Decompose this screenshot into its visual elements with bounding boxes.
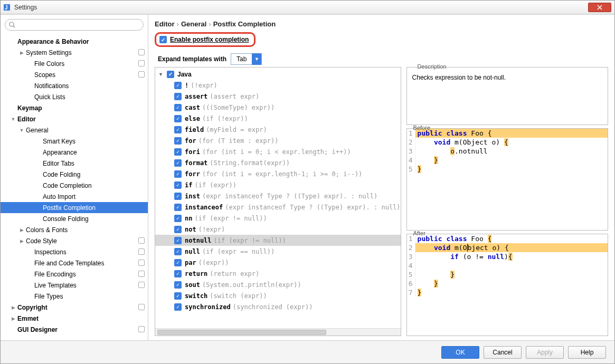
settings-window: J Settings Appearance & Behavior▶System … xyxy=(0,0,615,364)
sidebar-item[interactable]: File and Code Templates xyxy=(1,257,148,269)
template-checkbox[interactable] xyxy=(174,215,182,222)
help-button[interactable]: Help xyxy=(568,346,606,359)
search-input[interactable] xyxy=(5,19,144,31)
svg-text:J: J xyxy=(5,5,8,11)
template-row[interactable]: forr(for (int i = expr.length-1; i >= 0;… xyxy=(155,168,401,179)
code-line: 3 o.notnull xyxy=(407,147,608,156)
template-checkbox[interactable] xyxy=(174,93,182,100)
template-checkbox[interactable] xyxy=(174,193,182,200)
description-panel: Description Checks expression to be not-… xyxy=(406,67,608,125)
template-row[interactable]: for(for (T item : expr)) xyxy=(155,135,401,146)
after-panel: After 1public class Foo {2 void m(Object… xyxy=(406,234,608,336)
sidebar-item[interactable]: Quick Lists xyxy=(1,91,148,102)
template-row[interactable]: !(!expr) xyxy=(155,80,401,91)
sidebar-item[interactable]: Scopes xyxy=(1,69,148,80)
template-row[interactable]: field(myField = expr) xyxy=(155,124,401,135)
template-row[interactable]: if(if (expr)) xyxy=(155,179,401,190)
sidebar-item[interactable]: Postfix Completion xyxy=(1,202,148,213)
template-checkbox[interactable] xyxy=(174,303,182,311)
template-checkbox[interactable] xyxy=(174,204,182,211)
sidebar-item[interactable]: ▼General xyxy=(1,124,148,136)
template-row[interactable]: instanceof(expr instanceof Type ? ((Type… xyxy=(155,202,401,213)
sidebar-item[interactable]: GUI Designer xyxy=(1,324,148,335)
sidebar-item[interactable]: Auto Import xyxy=(1,191,148,202)
template-checkbox[interactable] xyxy=(174,270,182,277)
sidebar-item[interactable]: Inspections xyxy=(1,246,148,257)
template-row[interactable]: switch(switch (expr)) xyxy=(155,290,401,301)
sidebar-item[interactable]: Code Completion xyxy=(1,180,148,191)
horizontal-scrollbar[interactable] xyxy=(155,328,401,336)
cancel-button[interactable]: Cancel xyxy=(484,346,522,359)
sidebar-item[interactable]: Editor Tabs xyxy=(1,158,148,169)
sidebar-item-label: Code Completion xyxy=(42,182,92,189)
template-checkbox[interactable] xyxy=(174,226,182,233)
sidebar-item[interactable]: File Types xyxy=(1,291,148,302)
search-icon xyxy=(9,22,15,28)
sidebar-item-label: Appearance & Behavior xyxy=(16,38,89,45)
template-row[interactable]: nn(if (expr != null)) xyxy=(155,213,401,224)
sidebar-item[interactable]: File Encodings xyxy=(1,269,148,280)
template-checkbox[interactable] xyxy=(174,170,182,178)
scope-icon xyxy=(138,304,145,310)
template-checkbox[interactable] xyxy=(174,115,182,122)
sidebar-item[interactable]: ▶System Settings xyxy=(1,47,148,58)
template-row[interactable]: notnull(if (expr != null)) xyxy=(155,235,401,246)
template-checkbox[interactable] xyxy=(174,104,182,111)
template-checkbox[interactable] xyxy=(174,292,182,300)
sidebar-item[interactable]: ▼Editor xyxy=(1,113,148,124)
template-row[interactable]: assert(assert expr) xyxy=(155,91,401,102)
template-row[interactable]: cast(((SomeType) expr)) xyxy=(155,102,401,113)
sidebar-item-label: Emmet xyxy=(16,315,39,322)
template-row[interactable]: synchronized(synchronized (expr)) xyxy=(155,301,401,312)
sidebar-item[interactable]: ▶Copyright xyxy=(1,302,148,313)
before-panel: Before 1public class Foo {2 void m(Objec… xyxy=(406,128,608,231)
sidebar-item[interactable]: Notifications xyxy=(1,80,148,91)
template-row[interactable]: inst(expr instanceof Type ? ((Type) expr… xyxy=(155,190,401,202)
expand-templates-combo[interactable]: Tab ▼ xyxy=(231,53,262,65)
close-icon xyxy=(597,5,602,10)
template-checkbox[interactable] xyxy=(174,181,182,189)
sidebar-item-label: Colors & Fonts xyxy=(25,226,68,234)
template-checkbox[interactable] xyxy=(174,248,182,255)
template-checkbox[interactable] xyxy=(174,82,182,89)
apply-button[interactable]: Apply xyxy=(526,346,564,359)
template-row[interactable]: sout(System.out.println(expr)) xyxy=(155,279,401,290)
before-code: 1public class Foo {2 void m(Object o) {3… xyxy=(407,129,608,230)
sidebar-item[interactable]: ▶Colors & Fonts xyxy=(1,224,148,235)
sidebar-item[interactable]: ▶Code Style xyxy=(1,235,148,246)
template-row[interactable]: not(!expr) xyxy=(155,224,401,235)
sidebar-item[interactable]: Code Folding xyxy=(1,169,148,180)
sidebar-item[interactable]: Appearance xyxy=(1,147,148,158)
template-group[interactable]: ▼ Java xyxy=(155,69,401,80)
sidebar-item[interactable]: Keymap xyxy=(1,102,148,113)
code-line: 5} xyxy=(407,165,608,174)
template-row[interactable]: else(if (!expr)) xyxy=(155,113,401,124)
templates-list[interactable]: ▼ Java!(!expr)assert(assert expr)cast(((… xyxy=(155,68,401,328)
sidebar-item[interactable]: Console Folding xyxy=(1,213,148,224)
template-checkbox[interactable] xyxy=(174,237,182,244)
template-checkbox[interactable] xyxy=(174,126,182,133)
template-checkbox[interactable] xyxy=(174,148,182,156)
description-text: Checks expression to be not-null. xyxy=(411,72,603,83)
enable-postfix-checkbox[interactable] xyxy=(159,36,167,43)
scope-icon xyxy=(138,282,145,288)
sidebar-item[interactable]: Appearance & Behavior xyxy=(1,36,148,47)
template-row[interactable]: format(String.format(expr)) xyxy=(155,157,401,168)
template-row[interactable]: return(return expr) xyxy=(155,268,401,279)
template-row[interactable]: fori(for (int i = 0; i < expr.length; i+… xyxy=(155,146,401,157)
template-checkbox[interactable] xyxy=(174,281,182,289)
template-checkbox[interactable] xyxy=(174,137,182,145)
main-pane: Editor›General›Postfix Completion Enable… xyxy=(148,15,614,340)
code-line: 2 void m(Object o) { xyxy=(407,243,608,252)
sidebar-item[interactable]: Smart Keys xyxy=(1,136,148,147)
sidebar-item[interactable]: Live Templates xyxy=(1,280,148,291)
template-checkbox[interactable] xyxy=(174,159,182,167)
template-checkbox[interactable] xyxy=(174,259,182,266)
sidebar-item[interactable]: File Colors xyxy=(1,58,148,69)
ok-button[interactable]: OK xyxy=(441,346,479,359)
sidebar-item[interactable]: ▶Emmet xyxy=(1,313,148,324)
template-row[interactable]: null(if (expr == null)) xyxy=(155,246,401,257)
settings-tree[interactable]: Appearance & Behavior▶System SettingsFil… xyxy=(1,35,148,340)
close-button[interactable] xyxy=(588,3,611,12)
template-row[interactable]: par((expr)) xyxy=(155,257,401,268)
